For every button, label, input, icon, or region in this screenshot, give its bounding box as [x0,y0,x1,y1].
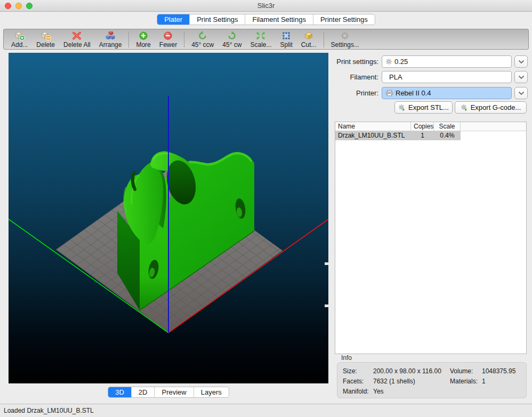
rotate-cw-label: 45° cw [222,41,241,49]
printer-label: Printer: [335,87,378,99]
scale-arrows-icon [255,30,267,41]
export-stl-button[interactable]: Export STL... [394,101,453,114]
edge-tick [325,304,328,307]
viewport-3d[interactable] [9,53,328,383]
filament-value: PLA [389,73,402,81]
gear-icon [385,58,392,65]
export-row: Export STL... Export G-code... [335,101,527,114]
tab-3d[interactable]: 3D [108,387,131,397]
rotate-ccw-label: 45° ccw [191,41,214,49]
print-settings-combobox[interactable]: 0.25 [382,55,512,68]
cell-copies: 1 [411,131,434,140]
manifold-label: Manifold: [343,388,369,396]
manifold-value: Yes [373,388,384,396]
filament-combobox[interactable]: PLA [382,71,512,83]
tab-preview[interactable]: Preview [154,387,193,397]
cut-button[interactable]: Cut... [297,30,321,49]
info-section-title: Info [341,354,352,362]
size-label: Size: [343,367,357,375]
size-value: 200.00 x 98.00 x 116.00 [373,367,441,375]
edge-tick [325,262,328,265]
volume-value: 1048375.95 [482,367,515,375]
delete-all-x-icon [71,30,83,41]
settings-label: Settings... [331,41,359,49]
printer-value: Rebel II 0.4 [396,89,431,97]
objects-table[interactable]: Name Copies Scale Drzak_LM10UU_B.STL 1 0… [335,122,527,354]
printer-combobox[interactable]: Rebel II 0.4 [382,87,512,99]
split-label: Split [280,41,292,49]
viewport-tabstrip: 3D 2D Preview Layers [9,387,328,398]
print-settings-dropdown-button[interactable] [514,55,528,68]
split-handles-icon [280,30,292,41]
column-header-name[interactable]: Name [335,122,411,131]
titlebar: Slic3r [0,0,532,12]
more-button[interactable]: More [132,30,155,49]
slic3r-window: Slic3r Plater Print Settings Filament Se… [0,0,532,417]
delete-label: Delete [36,41,55,49]
toolbar-separator [324,31,324,47]
chevron-down-icon [518,75,525,79]
materials-value: 1 [482,378,486,386]
filament-dropdown-button[interactable] [514,71,528,83]
table-row[interactable]: Drzak_LM10UU_B.STL 1 0.4% [335,131,526,140]
facets-value: 7632 (1 shells) [373,378,415,386]
info-box: Size: 200.00 x 98.00 x 116.00 Volume: 10… [337,362,527,398]
rotate-cw-icon [226,30,238,41]
column-header-scale[interactable]: Scale [434,122,461,131]
delete-box-icon [40,30,52,41]
settings-button[interactable]: Settings... [327,30,364,49]
tab-print-settings[interactable]: Print Settings [189,14,245,25]
column-header-copies[interactable]: Copies [411,122,434,131]
printer-dropdown-button[interactable] [514,87,528,99]
table-header: Name Copies Scale [335,122,526,131]
cell-name: Drzak_LM10UU_B.STL [335,131,411,140]
fewer-label: Fewer [159,41,177,49]
export-gcode-button[interactable]: Export G-code... [455,101,527,114]
print-settings-value: 0.25 [394,58,408,66]
print-settings-label: Print settings: [335,55,378,68]
export-gear-icon [398,104,406,111]
tab-layers[interactable]: Layers [194,387,229,397]
status-bar: Loaded Drzak_LM10UU_B.STL [0,404,532,417]
arrange-button[interactable]: Arrange [95,30,126,49]
tab-2d[interactable]: 2D [131,387,155,397]
add-button[interactable]: Add... [7,30,32,49]
materials-label: Materials: [450,378,478,386]
toolbar-separator [128,31,129,47]
delete-all-button[interactable]: Delete All [59,30,95,49]
delete-all-label: Delete All [63,41,91,49]
printer-icon [385,90,393,97]
settings-panel: Print settings: 0.25 Filament: [335,53,527,399]
add-box-icon [14,30,26,41]
export-gear-icon [461,104,468,111]
scale-label: Scale... [250,41,271,49]
rotate-cw-button[interactable]: 45° cw [218,30,246,49]
rotate-ccw-icon [197,30,208,41]
status-text: Loaded Drzak_LM10UU_B.STL [4,407,94,414]
main-tabstrip: Plater Print Settings Filament Settings … [0,14,532,25]
delete-button[interactable]: Delete [32,30,59,49]
split-button[interactable]: Split [276,30,296,49]
arrange-cubes-icon [104,30,116,41]
tab-printer-settings[interactable]: Printer Settings [313,14,375,25]
volume-label: Volume: [450,367,473,375]
cut-box-icon [303,30,315,41]
tab-plater[interactable]: Plater [157,14,189,25]
chevron-down-icon [518,91,525,95]
fewer-button[interactable]: Fewer [155,30,181,49]
rotate-ccw-button[interactable]: 45° ccw [187,30,218,49]
cut-label: Cut... [301,41,317,49]
viewport-canvas [9,53,328,383]
filament-label: Filament: [335,71,378,83]
settings-gear-icon [339,30,351,41]
chevron-down-icon [518,60,525,64]
export-stl-label: Export STL... [408,103,449,111]
arrange-label: Arrange [99,41,122,49]
scale-button[interactable]: Scale... [246,30,276,49]
toolbar-separator [184,31,184,47]
fewer-minus-icon [162,30,174,41]
add-label: Add... [11,41,28,49]
more-plus-icon [138,30,149,41]
tab-filament-settings[interactable]: Filament Settings [245,14,312,25]
cell-scale: 0.4% [434,131,461,140]
